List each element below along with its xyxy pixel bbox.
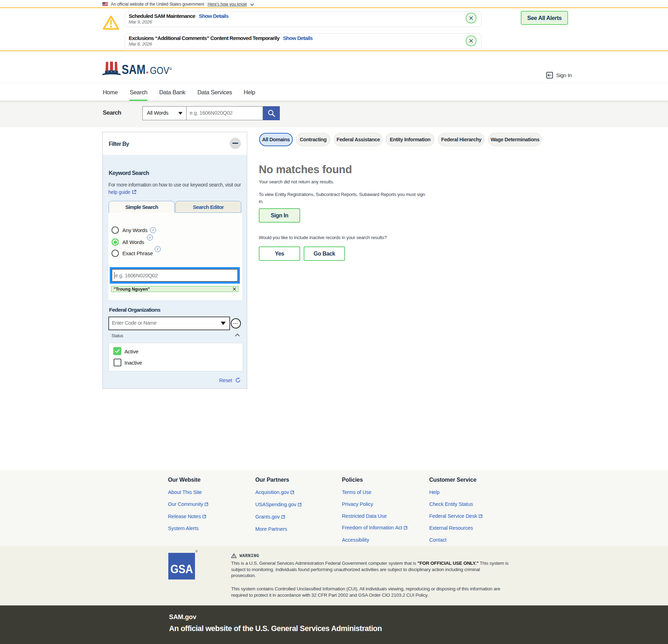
svg-text:R: R (170, 68, 171, 70)
svg-text:GSA: GSA (170, 562, 193, 576)
svg-text:GOV: GOV (150, 65, 169, 76)
svg-text:SAM: SAM (122, 62, 146, 77)
